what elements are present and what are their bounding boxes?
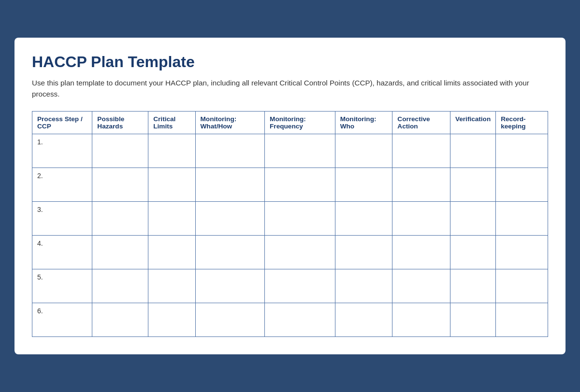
row-number-6: 6. <box>32 303 92 337</box>
cell-r6-c3[interactable] <box>195 303 265 337</box>
row-number-3: 3. <box>32 202 92 236</box>
haccp-table: Process Step / CCPPossible HazardsCritic… <box>32 111 548 337</box>
col-header-corrective-action: Corrective Action <box>392 112 450 134</box>
col-header-monitoring-frequency: Monitoring: Frequency <box>265 112 335 134</box>
cell-r4-c2[interactable] <box>148 236 195 269</box>
page-title: HACCP Plan Template <box>32 53 548 71</box>
cell-r4-c8[interactable] <box>496 236 548 269</box>
cell-r5-c4[interactable] <box>265 269 335 303</box>
col-header-monitoring-who: Monitoring: Who <box>335 112 392 134</box>
col-header-verification: Verification <box>450 112 495 134</box>
cell-r5-c5[interactable] <box>335 269 392 303</box>
cell-r6-c8[interactable] <box>496 303 548 337</box>
col-header-critical-limits: Critical Limits <box>148 112 195 134</box>
cell-r5-c6[interactable] <box>392 269 450 303</box>
cell-r2-c1[interactable] <box>92 168 148 202</box>
cell-r3-c8[interactable] <box>496 202 548 236</box>
row-number-4: 4. <box>32 236 92 269</box>
cell-r3-c1[interactable] <box>92 202 148 236</box>
cell-r6-c5[interactable] <box>335 303 392 337</box>
cell-r6-c6[interactable] <box>392 303 450 337</box>
cell-r6-c7[interactable] <box>450 303 495 337</box>
cell-r1-c5[interactable] <box>335 134 392 168</box>
cell-r1-c2[interactable] <box>148 134 195 168</box>
cell-r4-c7[interactable] <box>450 236 495 269</box>
cell-r4-c3[interactable] <box>195 236 265 269</box>
cell-r4-c5[interactable] <box>335 236 392 269</box>
table-row: 5. <box>32 269 548 303</box>
table-row: 4. <box>32 236 548 269</box>
cell-r3-c2[interactable] <box>148 202 195 236</box>
cell-r3-c5[interactable] <box>335 202 392 236</box>
cell-r1-c7[interactable] <box>450 134 495 168</box>
cell-r1-c1[interactable] <box>92 134 148 168</box>
cell-r3-c3[interactable] <box>195 202 265 236</box>
haccp-card: HACCP Plan Template Use this plan templa… <box>14 38 566 355</box>
cell-r5-c2[interactable] <box>148 269 195 303</box>
cell-r4-c6[interactable] <box>392 236 450 269</box>
row-number-1: 1. <box>32 134 92 168</box>
cell-r3-c4[interactable] <box>265 202 335 236</box>
cell-r2-c7[interactable] <box>450 168 495 202</box>
col-header-possible-hazards: Possible Hazards <box>92 112 148 134</box>
table-row: 6. <box>32 303 548 337</box>
table-row: 3. <box>32 202 548 236</box>
table-row: 1. <box>32 134 548 168</box>
cell-r5-c7[interactable] <box>450 269 495 303</box>
row-number-2: 2. <box>32 168 92 202</box>
cell-r2-c8[interactable] <box>496 168 548 202</box>
page-description: Use this plan template to document your … <box>32 78 548 100</box>
table-header-row: Process Step / CCPPossible HazardsCritic… <box>32 112 548 134</box>
cell-r3-c7[interactable] <box>450 202 495 236</box>
cell-r1-c3[interactable] <box>195 134 265 168</box>
cell-r5-c8[interactable] <box>496 269 548 303</box>
row-number-5: 5. <box>32 269 92 303</box>
cell-r2-c5[interactable] <box>335 168 392 202</box>
cell-r2-c4[interactable] <box>265 168 335 202</box>
col-header-monitoring-what-how: Monitoring: What/How <box>195 112 265 134</box>
cell-r1-c4[interactable] <box>265 134 335 168</box>
cell-r2-c3[interactable] <box>195 168 265 202</box>
cell-r2-c2[interactable] <box>148 168 195 202</box>
cell-r1-c6[interactable] <box>392 134 450 168</box>
col-header-record-keeping: Record-keeping <box>496 112 548 134</box>
cell-r4-c4[interactable] <box>265 236 335 269</box>
cell-r1-c8[interactable] <box>496 134 548 168</box>
cell-r4-c1[interactable] <box>92 236 148 269</box>
col-header-process-step: Process Step / CCP <box>32 112 92 134</box>
cell-r3-c6[interactable] <box>392 202 450 236</box>
cell-r5-c3[interactable] <box>195 269 265 303</box>
table-row: 2. <box>32 168 548 202</box>
cell-r6-c4[interactable] <box>265 303 335 337</box>
cell-r6-c2[interactable] <box>148 303 195 337</box>
cell-r5-c1[interactable] <box>92 269 148 303</box>
cell-r2-c6[interactable] <box>392 168 450 202</box>
cell-r6-c1[interactable] <box>92 303 148 337</box>
